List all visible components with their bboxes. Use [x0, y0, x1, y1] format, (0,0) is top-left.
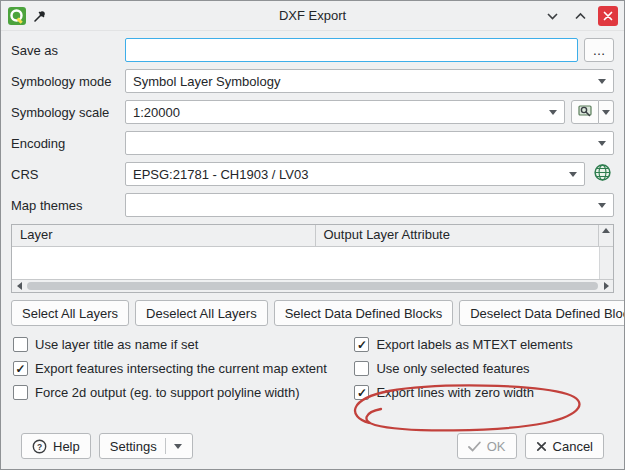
- encoding-label: Encoding: [11, 136, 119, 151]
- deselect-all-layers-button[interactable]: Deselect All Layers: [135, 300, 268, 326]
- checkbox-export-lines-zero-width[interactable]: ✓ Export lines with zero width: [354, 385, 612, 400]
- ok-check-icon: [468, 441, 481, 452]
- symbology-mode-select[interactable]: Symbol Layer Symbology: [125, 69, 614, 93]
- set-scale-from-canvas-button[interactable]: [571, 100, 599, 124]
- crs-value: EPSG:21781 - CH1903 / LV03: [133, 167, 563, 182]
- checkbox-icon[interactable]: ✓: [354, 337, 369, 352]
- checkbox-label: Use layer title as name if set: [35, 337, 198, 352]
- footer-button-bar: ? Help Settings OK Canc: [11, 425, 614, 469]
- map-extent-icon: [577, 103, 593, 122]
- symbology-scale-value: 1:20000: [133, 105, 543, 120]
- checkbox-use-layer-title[interactable]: Use layer title as name if set: [13, 337, 354, 352]
- options-checkbox-grid: Use layer title as name if set ✓ Export …: [11, 333, 614, 400]
- crs-select[interactable]: EPSG:21781 - CH1903 / LV03: [125, 162, 585, 186]
- symbology-scale-row: Symbology scale 1:20000: [11, 100, 614, 124]
- qgis-logo-icon: [7, 6, 27, 26]
- checkbox-label: Force 2d output (eg. to support polyline…: [35, 385, 299, 400]
- button-divider: [165, 438, 166, 454]
- checkbox-icon[interactable]: [13, 385, 28, 400]
- window-title: DXF Export: [1, 8, 624, 23]
- horizontal-scrollbar[interactable]: [12, 279, 613, 292]
- select-crs-button[interactable]: [591, 162, 614, 186]
- save-as-row: Save as …: [11, 38, 614, 62]
- checkbox-label: Use only selected features: [376, 361, 529, 376]
- table-header: Layer Output Layer Attribute: [12, 225, 613, 247]
- scroll-right-button[interactable]: [599, 280, 613, 292]
- help-button-label: Help: [53, 439, 80, 454]
- table-body[interactable]: [12, 247, 613, 279]
- layers-table: Layer Output Layer Attribute: [11, 224, 614, 293]
- chevron-down-icon: [549, 110, 557, 115]
- ok-button[interactable]: OK: [457, 433, 517, 459]
- help-button[interactable]: ? Help: [21, 433, 91, 459]
- ok-button-label: OK: [487, 439, 506, 454]
- checkbox-icon[interactable]: ✓: [354, 385, 369, 400]
- map-themes-row: Map themes: [11, 193, 614, 217]
- cancel-button-label: Cancel: [553, 439, 593, 454]
- map-themes-select[interactable]: [125, 193, 614, 217]
- scroll-left-icon: [17, 282, 22, 290]
- close-button[interactable]: [598, 6, 618, 26]
- deselect-data-defined-blocks-button[interactable]: Deselect Data Defined Blocks: [459, 300, 625, 326]
- encoding-row: Encoding: [11, 131, 614, 155]
- crs-row: CRS EPSG:21781 - CH1903 / LV03: [11, 162, 614, 186]
- checkbox-force-2d-output[interactable]: Force 2d output (eg. to support polyline…: [13, 385, 354, 400]
- select-all-layers-button[interactable]: Select All Layers: [11, 300, 129, 326]
- column-header-output-layer-attribute[interactable]: Output Layer Attribute: [316, 225, 600, 246]
- chevron-down-icon: [598, 203, 606, 208]
- cancel-x-icon: [536, 441, 547, 452]
- scroll-right-icon: [604, 282, 609, 290]
- checkbox-icon[interactable]: [13, 337, 28, 352]
- select-data-defined-blocks-button[interactable]: Select Data Defined Blocks: [274, 300, 454, 326]
- dxf-export-dialog: DXF Export Save as … Symbology mode: [0, 0, 625, 470]
- column-header-layer[interactable]: Layer: [12, 225, 316, 246]
- checkbox-label: Export labels as MTEXT elements: [376, 337, 572, 352]
- save-as-input[interactable]: [133, 39, 570, 61]
- symbology-scale-select[interactable]: 1:20000: [125, 100, 565, 124]
- chevron-down-icon: [598, 141, 606, 146]
- help-icon: ?: [32, 439, 47, 454]
- settings-button-label: Settings: [110, 439, 157, 454]
- horizontal-scrollbar-thumb[interactable]: [27, 282, 598, 290]
- layer-buttons-row: Select All Layers Deselect All Layers Se…: [11, 300, 614, 326]
- save-as-input-wrap: [125, 38, 578, 62]
- symbology-mode-value: Symbol Layer Symbology: [133, 74, 592, 89]
- scale-options-dropdown[interactable]: [599, 100, 614, 124]
- map-themes-label: Map themes: [11, 198, 119, 213]
- checkbox-export-labels-mtext[interactable]: ✓ Export labels as MTEXT elements: [354, 337, 612, 352]
- settings-button[interactable]: Settings: [99, 433, 193, 459]
- symbology-mode-label: Symbology mode: [11, 74, 119, 89]
- checkbox-label: Export lines with zero width: [376, 385, 534, 400]
- vertical-scrollbar-top[interactable]: [599, 225, 613, 246]
- chevron-down-icon: [598, 79, 606, 84]
- scale-from-canvas-splitbutton: [571, 100, 614, 124]
- encoding-select[interactable]: [125, 131, 614, 155]
- chevron-down-icon: [602, 110, 610, 115]
- checkbox-use-only-selected-features[interactable]: Use only selected features: [354, 361, 612, 376]
- minimize-button[interactable]: [542, 6, 562, 26]
- vertical-scrollbar[interactable]: [599, 247, 613, 279]
- svg-text:?: ?: [37, 441, 42, 451]
- pin-icon[interactable]: [31, 4, 49, 28]
- titlebar[interactable]: DXF Export: [1, 1, 624, 31]
- symbology-scale-label: Symbology scale: [11, 105, 119, 120]
- checkbox-label: Export features intersecting the current…: [35, 361, 327, 376]
- browse-button[interactable]: …: [584, 38, 614, 62]
- crs-label: CRS: [11, 167, 119, 182]
- symbology-mode-row: Symbology mode Symbol Layer Symbology: [11, 69, 614, 93]
- checkbox-icon[interactable]: ✓: [13, 361, 28, 376]
- checkbox-export-features-intersecting[interactable]: ✓ Export features intersecting the curre…: [13, 361, 354, 376]
- horizontal-scrollbar-track[interactable]: [26, 280, 599, 292]
- chevron-down-icon: [569, 172, 577, 177]
- cancel-button[interactable]: Cancel: [525, 433, 604, 459]
- checkbox-icon[interactable]: [354, 361, 369, 376]
- save-as-label: Save as: [11, 43, 119, 58]
- scroll-left-button[interactable]: [12, 280, 26, 292]
- scroll-up-icon: [602, 228, 610, 233]
- maximize-button[interactable]: [570, 6, 590, 26]
- chevron-down-icon: [174, 444, 182, 449]
- globe-crs-icon: [593, 163, 612, 185]
